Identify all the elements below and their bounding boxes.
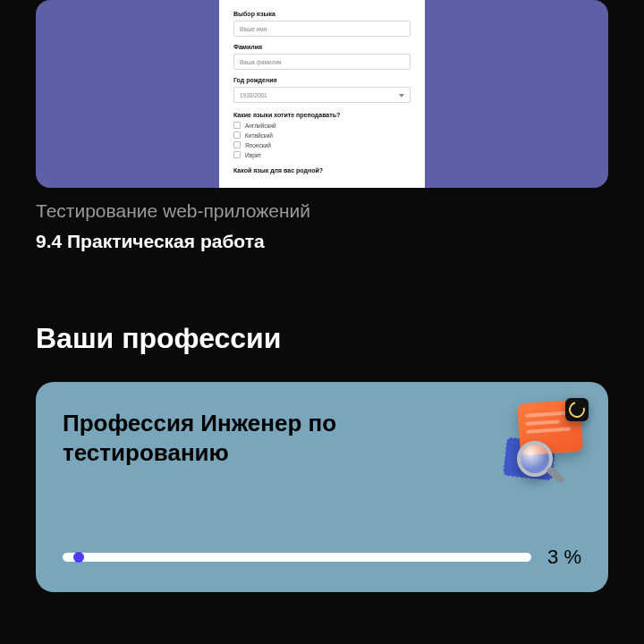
checkbox-row: Английский (233, 122, 411, 129)
checkbox-icon (233, 122, 241, 129)
checkbox-icon (233, 131, 241, 139)
profession-title: Профессия Инженер по тестированию (63, 409, 420, 467)
magnifier-icon (517, 441, 553, 477)
form-label-year: Год рождения (233, 77, 411, 83)
form-input-surname: Ваша фамилия (233, 54, 411, 70)
progress-percent-label: 3 % (547, 546, 581, 569)
profession-card[interactable]: Профессия Инженер по тестированию 3 % (36, 382, 608, 592)
form-mock: Выбор языка Ваше имя Фамилия Ваша фамили… (219, 0, 425, 188)
checkbox-row: Японский (233, 141, 411, 148)
checkbox-label: Английский (245, 123, 276, 129)
checkbox-icon (233, 141, 241, 148)
checkbox-row: Иврит (233, 151, 411, 158)
checkbox-label: Иврит (245, 152, 261, 158)
hourglass-icon (565, 398, 589, 421)
section-heading-professions: Ваши профессии (36, 322, 608, 355)
form-select-year: 1930/2001 (233, 87, 411, 103)
form-input-name: Ваше имя (233, 21, 411, 37)
checkbox-icon (233, 151, 241, 158)
checkbox-label: Японский (245, 142, 271, 148)
progress-bar (63, 553, 531, 562)
progress-row: 3 % (63, 546, 581, 569)
form-question-languages: Какие языки хотите преподавать? (233, 112, 411, 118)
form-label-surname: Фамилия (233, 44, 411, 50)
checkbox-row: Китайский (233, 131, 411, 139)
course-thumbnail[interactable]: Выбор языка Ваше имя Фамилия Ваша фамили… (36, 0, 608, 188)
course-category: Тестирование web-приложений (36, 200, 608, 222)
profession-illustration (504, 402, 585, 482)
checkbox-label: Китайский (245, 132, 273, 139)
form-label-language: Выбор языка (233, 11, 411, 17)
form-question-native: Какой язык для вас родной? (233, 167, 411, 174)
progress-indicator (73, 552, 84, 563)
course-title: 9.4 Практическая работа (36, 231, 608, 252)
